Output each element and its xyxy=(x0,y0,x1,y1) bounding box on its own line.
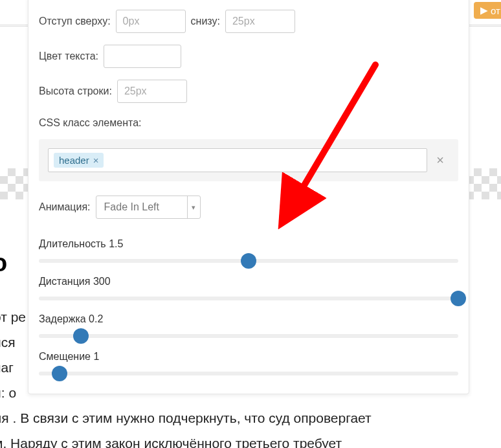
duration-slider-block: Длительность 1.5 xyxy=(39,238,458,263)
offset-slider-handle[interactable] xyxy=(52,366,67,381)
delay-value: 0.2 xyxy=(89,313,103,324)
distance-slider[interactable] xyxy=(39,297,458,300)
css-class-label: CSS класс элемента: xyxy=(39,117,141,129)
line-height-label: Высота строки: xyxy=(39,85,112,97)
distance-label: Дистанция xyxy=(39,276,90,287)
text-color-label: Цвет текста: xyxy=(39,50,98,62)
preview-button[interactable]: ▶от xyxy=(474,2,501,19)
animation-value: Fade In Left xyxy=(96,196,187,218)
offset-slider[interactable] xyxy=(39,372,458,375)
delay-slider-block: Задержка 0.2 xyxy=(39,313,458,338)
tag-label: header xyxy=(59,155,89,166)
margin-top-label: Отступ сверху: xyxy=(39,16,111,27)
margin-bottom-label: снизу: xyxy=(191,16,220,27)
text-color-picker[interactable] xyxy=(104,45,181,68)
css-class-input[interactable]: header × xyxy=(48,148,427,172)
delay-slider[interactable] xyxy=(39,334,458,338)
margin-bottom-input[interactable] xyxy=(225,10,295,33)
delay-label: Задержка xyxy=(39,313,86,324)
css-class-tag[interactable]: header × xyxy=(54,153,104,168)
offset-slider-block: Смещение 1 xyxy=(39,351,458,375)
duration-slider-handle[interactable] xyxy=(241,253,256,269)
margin-top-input[interactable] xyxy=(116,10,186,33)
distance-slider-block: Дистанция 300 xyxy=(39,276,458,300)
duration-label: Длительность xyxy=(39,238,106,249)
line-height-input[interactable] xyxy=(117,80,187,103)
element-settings-popover: Отступ сверху: снизу: Цвет текста: Высот… xyxy=(28,0,469,394)
distance-slider-handle[interactable] xyxy=(451,291,466,306)
bg-heading-fragment: ово xyxy=(0,249,8,277)
duration-value: 1.5 xyxy=(109,238,123,249)
play-icon: ▶ xyxy=(480,5,488,16)
animation-label: Анимация: xyxy=(39,201,91,213)
duration-slider[interactable] xyxy=(39,259,458,263)
css-class-field: header × × xyxy=(39,139,458,181)
delay-slider-handle[interactable] xyxy=(73,328,89,344)
animation-select[interactable]: Fade In Left ▾ xyxy=(96,196,201,219)
distance-value: 300 xyxy=(93,276,111,287)
remove-tag-icon[interactable]: × xyxy=(93,155,99,166)
chevron-down-icon: ▾ xyxy=(187,196,200,218)
offset-value: 1 xyxy=(93,351,99,362)
clear-tags-icon[interactable]: × xyxy=(427,153,449,168)
offset-label: Смещение xyxy=(39,351,91,362)
